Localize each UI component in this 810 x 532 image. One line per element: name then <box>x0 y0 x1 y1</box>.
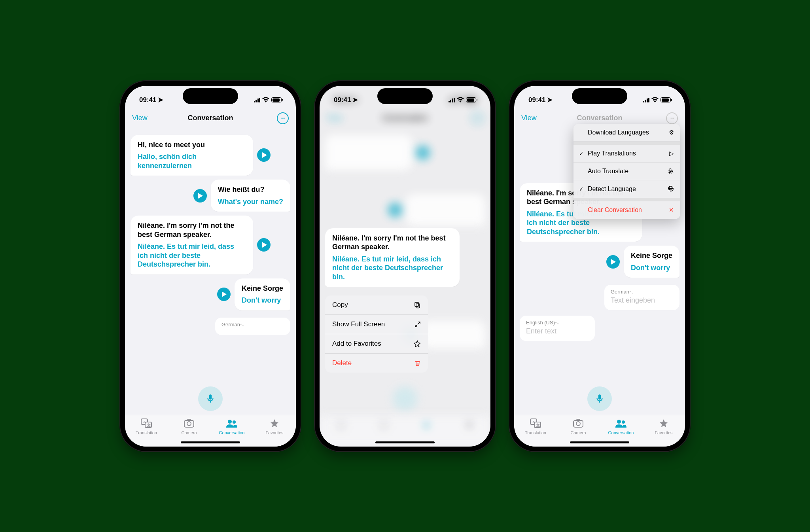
cellular-icon <box>449 98 455 102</box>
menu-label: Copy <box>332 301 348 309</box>
menu-label: Delete <box>332 359 352 367</box>
home-indicator[interactable] <box>570 441 629 443</box>
context-menu: Copy Show Full Screen Add to Favorites D… <box>325 295 428 373</box>
menu-favorite[interactable]: Add to Favorites <box>325 334 428 354</box>
location-icon: ➤ <box>547 96 553 104</box>
tab-conversation[interactable]: Conversation <box>210 415 253 439</box>
play-icon[interactable] <box>217 288 231 301</box>
expand-icon <box>414 321 421 328</box>
page-title: Conversation <box>577 114 622 122</box>
menu-play-translations[interactable]: ✓ Play Translations ▷ <box>573 145 680 163</box>
message-bubble[interactable]: Niléane. I'm sorry I'm not the best Germ… <box>131 216 253 275</box>
menu-label: Add to Favorites <box>332 340 381 348</box>
page-title: Conversation <box>382 114 428 122</box>
message-bubble[interactable]: Keine Sorge Don't worry <box>624 246 679 278</box>
message-bubble[interactable]: Niléane. I'm sorry I'm not the best Germ… <box>325 228 460 287</box>
dynamic-island <box>183 88 238 104</box>
play-icon[interactable] <box>193 189 207 203</box>
page-title: Conversation <box>187 114 233 122</box>
svg-text:A: A <box>143 420 146 424</box>
tab-translation[interactable]: A文 Translation <box>125 415 168 439</box>
menu-label: Auto Translate <box>588 168 668 175</box>
svg-point-15 <box>576 422 580 426</box>
tab-camera[interactable]: Camera <box>168 415 210 439</box>
svg-point-17 <box>622 420 625 424</box>
menu-delete[interactable]: Delete <box>325 354 428 373</box>
tab-label: Translation <box>525 430 546 435</box>
menu-download-languages[interactable]: Download Languages ⚙︎ <box>573 124 680 142</box>
play-hollow-icon: ▷ <box>669 150 674 157</box>
original-text: Hi, nice to meet you <box>138 140 246 150</box>
more-button[interactable]: ··· <box>666 112 678 124</box>
menu-detect-language[interactable]: ✓ Detect Language 🌐︎ <box>573 180 680 198</box>
svg-point-6 <box>228 420 232 424</box>
original-text: Niléane. I'm sorry I'm not the best Germ… <box>138 221 246 239</box>
globe-icon: 🌐︎ <box>668 186 674 192</box>
copy-icon <box>414 301 421 309</box>
svg-text:文: 文 <box>536 423 540 427</box>
translation-text: Don't worry <box>242 296 283 305</box>
more-button[interactable]: ··· <box>277 112 289 124</box>
microphone-button[interactable] <box>587 386 612 411</box>
gear-icon: ⚙︎ <box>669 129 674 136</box>
message-row: Niléane. I'm sorry I'm not the best Germ… <box>131 216 290 275</box>
microphone-button[interactable] <box>198 386 223 411</box>
tab-label: Favorites <box>655 430 672 435</box>
play-icon[interactable] <box>257 238 271 252</box>
selected-message: Niléane. I'm sorry I'm not the best Germ… <box>320 224 490 291</box>
svg-point-5 <box>187 422 191 426</box>
star-icon <box>414 340 421 347</box>
tab-label: Favorites <box>265 430 283 435</box>
more-dropdown-menu: Download Languages ⚙︎ ✓ Play Translation… <box>573 124 680 219</box>
input-box-german[interactable]: German <box>215 318 290 335</box>
people-icon <box>615 418 627 430</box>
play-icon[interactable] <box>257 148 271 162</box>
message-bubble[interactable]: Wie heißt du? What's your name? <box>211 180 290 212</box>
phone-3-dropdown: 09:41 ➤ View Conversation ··· Niléane. I… <box>509 80 691 452</box>
view-button[interactable]: View <box>132 114 148 122</box>
message-bubble[interactable]: Hi, nice to meet you Hallo, schön dich k… <box>131 135 253 176</box>
status-time: 09:41 <box>139 96 156 104</box>
wifi-icon <box>262 97 269 102</box>
message-row: Keine Sorge Don't worry <box>520 246 679 278</box>
svg-rect-8 <box>416 304 420 308</box>
menu-fullscreen[interactable]: Show Full Screen <box>325 315 428 334</box>
menu-copy[interactable]: Copy <box>325 295 428 315</box>
location-icon: ➤ <box>352 96 358 104</box>
menu-auto-translate[interactable]: Auto Translate 🎤︎ <box>573 163 680 180</box>
message-bubble[interactable]: Keine Sorge Don't worry <box>235 278 290 310</box>
star-icon <box>659 418 669 430</box>
mic-sparkle-icon: 🎤︎ <box>668 168 674 174</box>
tab-favorites[interactable]: Favorites <box>642 415 685 439</box>
check-icon: ✓ <box>579 150 588 157</box>
location-icon: ➤ <box>158 96 163 104</box>
nav-bar: View Conversation ··· <box>320 109 490 128</box>
home-indicator[interactable] <box>181 441 240 443</box>
language-tag[interactable]: English (US) <box>526 320 589 326</box>
play-icon[interactable] <box>606 255 620 269</box>
more-button[interactable]: ··· <box>471 112 483 124</box>
conversation-content[interactable]: Hi, nice to meet you Hallo, schön dich k… <box>125 128 296 382</box>
svg-point-16 <box>617 420 621 424</box>
svg-rect-9 <box>415 302 418 307</box>
home-indicator[interactable] <box>375 441 435 443</box>
view-button[interactable]: View <box>521 114 537 122</box>
tab-camera[interactable]: Camera <box>557 415 600 439</box>
menu-label: Clear Conversation <box>588 206 669 214</box>
battery-icon <box>271 97 282 102</box>
input-box-german[interactable]: German Text eingeben <box>604 285 679 310</box>
tab-favorites[interactable]: Favorites <box>253 415 296 439</box>
microphone-icon <box>594 394 605 404</box>
phone-2-context-menu: 09:41 ➤ View Conversation ··· ▢· ▢· ●· ★… <box>314 80 496 452</box>
tab-label: Camera <box>570 430 586 435</box>
tab-translation[interactable]: A文 Translation <box>514 415 557 439</box>
language-tag[interactable]: German <box>221 322 284 328</box>
input-box-english[interactable]: English (US) Enter text <box>520 316 595 341</box>
message-row: Wie heißt du? What's your name? <box>131 180 290 212</box>
menu-clear-conversation[interactable]: Clear Conversation ✕ <box>573 201 680 219</box>
view-button[interactable]: View <box>327 114 342 122</box>
language-tag[interactable]: German <box>611 289 673 295</box>
tab-conversation[interactable]: Conversation <box>600 415 642 439</box>
trash-icon <box>414 360 421 367</box>
message-row: Hi, nice to meet you Hallo, schön dich k… <box>131 135 290 176</box>
